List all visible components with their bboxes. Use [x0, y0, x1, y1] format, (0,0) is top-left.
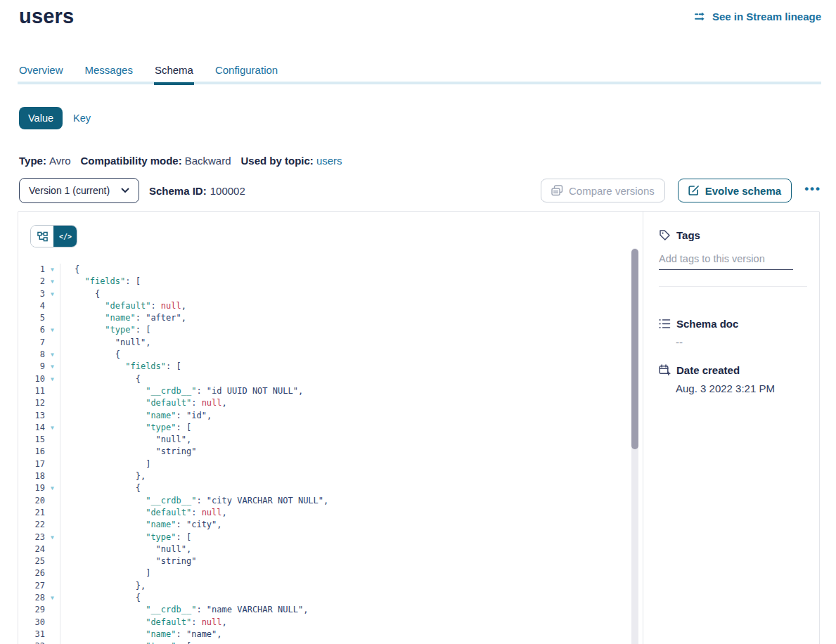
code-text[interactable]: "__crdb__": "name VARCHAR NULL",: [60, 604, 626, 616]
code-line: 11 "__crdb__": "id UUID NOT NULL",: [18, 385, 626, 397]
line-number: 9: [18, 361, 45, 373]
code-view-button[interactable]: </>: [53, 225, 77, 247]
line-number: 4: [18, 300, 45, 312]
schema-panel: </> 1▼{2▼ "fields": [3▼ {4 "default": nu…: [18, 211, 820, 644]
code-text[interactable]: "type": [: [60, 640, 626, 644]
line-number: 12: [18, 397, 45, 409]
code-text[interactable]: "type": [: [60, 422, 626, 434]
code-text[interactable]: "string": [60, 446, 626, 458]
tags-title: Tags: [676, 229, 700, 241]
code-line: 20 "__crdb__": "city VARCHAR NOT NULL",: [18, 495, 626, 507]
schema-doc-header: Schema doc: [659, 318, 806, 330]
code-text[interactable]: "null",: [60, 434, 626, 446]
line-number: 22: [18, 519, 45, 531]
code-text[interactable]: "default": null,: [60, 397, 626, 409]
compare-versions-button[interactable]: Compare versions: [541, 179, 665, 202]
editor-view-toggle: </>: [30, 225, 77, 247]
code-text[interactable]: {: [60, 373, 626, 385]
code-line: 3▼ {: [18, 288, 626, 300]
code-text[interactable]: "name": "id",: [60, 410, 626, 422]
editor-scrollbar-track[interactable]: [631, 248, 638, 644]
code-text[interactable]: "default": null,: [60, 507, 626, 519]
schema-id-label: Schema ID:: [149, 185, 207, 197]
tab-bar: Overview Messages Schema Configuration: [19, 64, 278, 85]
fold-spacer: [45, 458, 60, 470]
tab-schema[interactable]: Schema: [155, 64, 193, 85]
code-text[interactable]: },: [60, 470, 626, 482]
code-text[interactable]: "default": null,: [60, 617, 626, 629]
code-text[interactable]: "__crdb__": "city VARCHAR NOT NULL",: [60, 495, 626, 507]
code-line: 15 "null",: [18, 434, 626, 446]
code-text[interactable]: "__crdb__": "id UUID NOT NULL",: [60, 385, 626, 397]
more-actions-button[interactable]: •••: [804, 180, 821, 202]
code-line: 5 "name": "after",: [18, 312, 626, 324]
type-value: Avro: [49, 155, 71, 167]
code-text[interactable]: {: [60, 264, 626, 276]
fold-spacer: [45, 312, 60, 324]
line-number: 6: [18, 324, 45, 336]
code-line: 21 "default": null,: [18, 507, 626, 519]
line-number: 27: [18, 580, 45, 592]
version-select[interactable]: Version 1 (current): [19, 178, 139, 203]
key-mode-button[interactable]: Key: [73, 112, 91, 124]
schema-doc-value: --: [659, 336, 806, 348]
evolve-schema-button[interactable]: Evolve schema: [678, 179, 792, 202]
tab-overview[interactable]: Overview: [19, 64, 63, 85]
fold-toggle-icon[interactable]: ▼: [45, 422, 60, 434]
add-tags-input[interactable]: [659, 252, 793, 270]
version-select-value: Version 1 (current): [29, 185, 110, 196]
code-text[interactable]: ]: [60, 567, 626, 579]
code-text[interactable]: "fields": [: [60, 276, 626, 288]
code-text[interactable]: "default": null,: [60, 300, 626, 312]
fold-toggle-icon[interactable]: ▼: [45, 592, 60, 604]
edit-schema-icon: [688, 185, 700, 196]
code-text[interactable]: "fields": [: [60, 361, 626, 373]
value-mode-button[interactable]: Value: [19, 107, 63, 129]
fold-spacer: [45, 567, 60, 579]
code-text[interactable]: "null",: [60, 543, 626, 555]
fold-toggle-icon[interactable]: ▼: [45, 264, 60, 276]
line-number: 10: [18, 373, 45, 385]
topic-link[interactable]: users: [316, 155, 342, 167]
code-text[interactable]: "null",: [60, 337, 626, 349]
fold-toggle-icon[interactable]: ▼: [45, 640, 60, 644]
code-text[interactable]: {: [60, 349, 626, 361]
version-bar: Version 1 (current) Schema ID:100002 Com…: [19, 178, 821, 203]
line-number: 19: [18, 482, 45, 494]
code-text[interactable]: "string": [60, 555, 626, 567]
line-number: 18: [18, 470, 45, 482]
see-in-stream-lineage-link[interactable]: See in Stream lineage: [694, 11, 821, 22]
code-text[interactable]: ]: [60, 458, 626, 470]
code-text[interactable]: },: [60, 580, 626, 592]
code-text[interactable]: "name": "name",: [60, 629, 626, 640]
fold-spacer: [45, 507, 60, 519]
code-text[interactable]: "name": "after",: [60, 312, 626, 324]
tree-view-button[interactable]: [31, 226, 54, 247]
code-text[interactable]: {: [60, 592, 626, 604]
tab-configuration[interactable]: Configuration: [215, 64, 278, 85]
code-text[interactable]: {: [60, 288, 626, 300]
code-line: 16 "string": [18, 446, 626, 458]
line-number: 13: [18, 410, 45, 422]
fold-spacer: [45, 519, 60, 531]
fold-toggle-icon[interactable]: ▼: [45, 373, 60, 385]
fold-toggle-icon[interactable]: ▼: [45, 532, 60, 543]
schema-sidebar: Tags Schema doc --: [643, 212, 819, 644]
code-line: 13 "name": "id",: [18, 410, 626, 422]
line-number: 17: [18, 458, 45, 470]
code-line: 17 ]: [18, 458, 626, 470]
fold-spacer: [45, 604, 60, 616]
fold-toggle-icon[interactable]: ▼: [45, 276, 60, 288]
code-text[interactable]: {: [60, 482, 626, 494]
fold-toggle-icon[interactable]: ▼: [45, 288, 60, 300]
fold-toggle-icon[interactable]: ▼: [45, 324, 60, 336]
editor-scrollbar-thumb[interactable]: [631, 249, 638, 449]
tab-messages[interactable]: Messages: [85, 64, 133, 85]
fold-toggle-icon[interactable]: ▼: [45, 482, 60, 494]
code-text[interactable]: "name": "city",: [60, 519, 626, 531]
fold-toggle-icon[interactable]: ▼: [45, 361, 60, 373]
fold-spacer: [45, 580, 60, 592]
code-text[interactable]: "type": [: [60, 532, 626, 543]
fold-toggle-icon[interactable]: ▼: [45, 349, 60, 361]
code-text[interactable]: "type": [: [60, 324, 626, 336]
